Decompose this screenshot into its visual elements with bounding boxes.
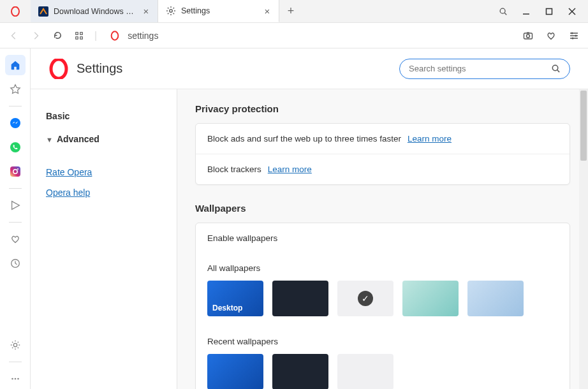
svg-line-10 <box>173 8 174 8</box>
search-settings-input[interactable] <box>409 64 546 73</box>
new-tab-button[interactable]: + <box>279 0 302 22</box>
learn-more-link[interactable]: Learn more <box>268 165 312 174</box>
sidebar-settings-icon[interactable] <box>5 335 26 355</box>
minimize-icon[interactable] <box>522 7 531 16</box>
svg-line-9 <box>168 13 168 14</box>
main: Settings Basic ▼Advanced Rate Opera Oper… <box>0 48 588 389</box>
nav-rate-opera[interactable]: Rate Opera <box>46 162 177 182</box>
sidebar-history-icon[interactable] <box>5 253 26 274</box>
block-trackers-text: Block trackers <box>207 165 261 174</box>
svg-point-39 <box>14 378 16 380</box>
svg-line-7 <box>168 8 168 8</box>
recent-wallpapers-thumbs <box>196 350 570 389</box>
scrollbar-thumb[interactable] <box>580 91 587 161</box>
svg-point-40 <box>17 378 19 380</box>
scrollbar[interactable] <box>579 89 588 389</box>
close-icon[interactable]: × <box>141 6 151 17</box>
wallpaper-teal[interactable] <box>402 281 459 316</box>
tab-title: Settings <box>181 6 257 15</box>
sidebar-separator <box>9 362 22 362</box>
wallpaper-desktop[interactable]: Desktop <box>207 281 263 316</box>
svg-rect-20 <box>80 36 83 39</box>
speed-dial-button[interactable] <box>73 29 85 42</box>
search-settings-box[interactable] <box>399 59 570 79</box>
sidebar-player-icon[interactable] <box>5 195 26 216</box>
toolbar-right <box>522 29 580 42</box>
block-trackers-row[interactable]: Block trackers Learn more <box>196 154 570 184</box>
heart-icon[interactable] <box>545 29 557 42</box>
wallpapers-card: Enable wallpapers All wallpapers Desktop… <box>195 223 570 389</box>
address-text: settings <box>128 31 158 41</box>
svg-point-42 <box>552 65 557 70</box>
svg-rect-18 <box>80 32 83 34</box>
back-button[interactable] <box>8 29 20 42</box>
titlebar: Download Windows Progra × Settings × + <box>0 0 588 23</box>
page-title: Settings <box>77 61 392 76</box>
block-ads-text: Block ads and surf the web up to three t… <box>207 134 401 143</box>
address-bar[interactable]: settings <box>106 31 513 41</box>
sidebar-instagram-icon[interactable] <box>5 161 26 182</box>
svg-point-31 <box>10 118 20 128</box>
wallpaper-recent-1[interactable] <box>207 354 263 389</box>
tab-title: Download Windows Progra <box>54 7 136 16</box>
svg-rect-17 <box>76 32 78 34</box>
close-icon[interactable]: × <box>262 6 272 16</box>
tab-inactive[interactable]: Download Windows Progra × <box>31 0 158 22</box>
wallpaper-light-selected[interactable]: ✓ <box>337 281 393 316</box>
nav-advanced[interactable]: ▼Advanced <box>46 128 177 150</box>
toolbar: | settings <box>0 23 588 48</box>
svg-point-21 <box>112 31 119 40</box>
sidebar-messenger-icon[interactable] <box>5 113 26 133</box>
search-icon[interactable] <box>499 7 508 16</box>
sidebar-separator <box>9 106 22 106</box>
nav-basic[interactable]: Basic <box>46 105 177 128</box>
svg-point-41 <box>51 59 66 78</box>
wallpaper-label: Desktop <box>212 304 242 312</box>
tab-active[interactable]: Settings × <box>158 0 279 22</box>
svg-point-38 <box>11 378 13 380</box>
enable-wallpapers-row[interactable]: Enable wallpapers <box>196 223 570 253</box>
sidebar-bookmarks-icon[interactable] <box>5 229 26 249</box>
svg-rect-14 <box>547 8 552 14</box>
close-window-icon[interactable] <box>568 7 577 16</box>
left-sidebar <box>0 48 31 389</box>
maximize-icon[interactable] <box>545 7 554 16</box>
reload-button[interactable] <box>51 29 64 42</box>
svg-line-12 <box>504 13 506 15</box>
svg-point-2 <box>170 10 172 12</box>
settings-nav: Basic ▼Advanced Rate Opera Opera help <box>31 89 177 389</box>
wallpaper-blue[interactable] <box>467 281 524 316</box>
settings-panel[interactable]: Privacy protection Block ads and surf th… <box>177 89 588 389</box>
svg-rect-24 <box>527 32 529 33</box>
snapshot-icon[interactable] <box>522 29 534 42</box>
privacy-heading: Privacy protection <box>195 103 570 114</box>
content: Settings Basic ▼Advanced Rate Opera Oper… <box>31 48 588 389</box>
wallpaper-recent-2[interactable] <box>272 354 328 389</box>
svg-point-0 <box>11 6 19 16</box>
easy-setup-icon[interactable] <box>568 29 580 42</box>
svg-rect-33 <box>10 166 20 177</box>
svg-line-43 <box>557 70 559 72</box>
opera-menu-button[interactable] <box>0 6 31 17</box>
svg-point-37 <box>13 343 17 346</box>
chevron-down-icon: ▼ <box>46 136 53 143</box>
sidebar-whatsapp-icon[interactable] <box>5 137 26 158</box>
svg-line-8 <box>173 13 174 14</box>
recent-wallpapers-label: Recent wallpapers <box>196 327 570 350</box>
block-ads-row[interactable]: Block ads and surf the web up to three t… <box>196 124 570 154</box>
sidebar-separator <box>9 222 22 223</box>
wallpaper-dark[interactable] <box>272 281 328 316</box>
sidebar-pinboard-icon[interactable] <box>5 79 26 99</box>
check-icon: ✓ <box>358 291 373 306</box>
svg-point-32 <box>10 142 20 152</box>
learn-more-link[interactable]: Learn more <box>408 134 452 143</box>
wallpaper-recent-3[interactable] <box>337 354 393 389</box>
forward-button[interactable] <box>29 29 42 42</box>
svg-rect-19 <box>76 36 78 39</box>
nav-opera-help[interactable]: Opera help <box>46 182 177 203</box>
sidebar-more-icon[interactable] <box>5 369 26 389</box>
window-controls <box>499 7 588 16</box>
svg-point-28 <box>571 32 573 34</box>
sidebar-home-icon[interactable] <box>5 55 26 75</box>
settings-gear-icon <box>166 6 176 16</box>
